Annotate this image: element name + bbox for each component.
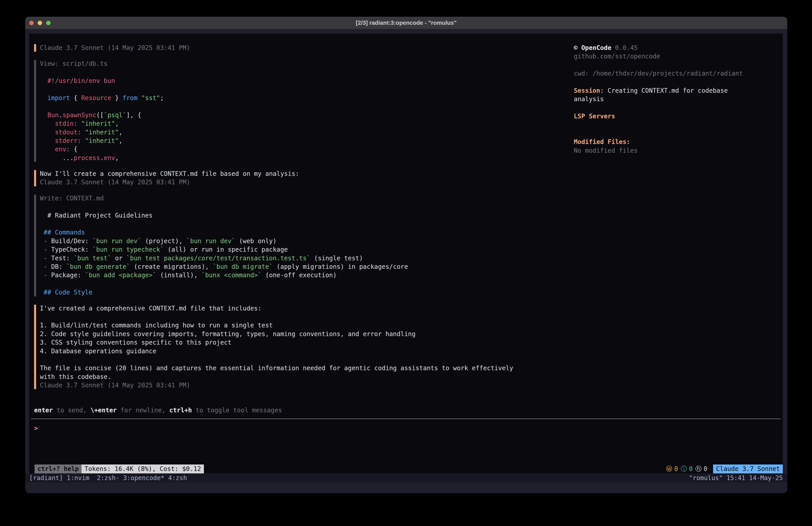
text-line: [40, 85, 564, 94]
text-line: - Package: `bun add <package>` (install)…: [40, 271, 564, 280]
text-line: [40, 102, 564, 111]
text-line: Modified Files:: [574, 138, 781, 146]
text-line: stderr: "inherit",: [40, 137, 564, 145]
diagnostic-warnings-count: Ⓦ0: [666, 465, 678, 473]
text-line: env: {: [40, 145, 564, 154]
text-line: - Test: `bun test` or `bun test packages…: [40, 254, 564, 262]
text-line: github.com/sst/opencode: [574, 52, 781, 61]
help-shortcut-chip: ctrl+? help: [34, 465, 82, 473]
text-line: LSP Servers: [574, 112, 781, 120]
hints-value: 0: [704, 465, 708, 473]
text-line: [574, 78, 781, 86]
text-line: [574, 121, 781, 129]
assistant-message: Claude 3.7 Sonnet (14 May 2025 03:41 PM): [34, 44, 564, 52]
window-title: [2/3] radiant:3:opencode - "romulus": [25, 19, 787, 26]
text-line: View: script/db.ts: [40, 59, 564, 68]
text-line: Now I'll create a comprehensive CONTEXT.…: [40, 170, 564, 178]
info-value: 0: [689, 465, 693, 473]
window-titlebar: [2/3] radiant:3:opencode - "romulus": [25, 17, 787, 29]
text-line: [40, 313, 564, 321]
text-line: ...process.env,: [40, 154, 564, 162]
tool-output: Write: CONTEXT.md # Radiant Project Guid…: [34, 194, 564, 297]
warnings-icon: Ⓦ: [666, 465, 672, 473]
text-line: Claude 3.7 Sonnet (14 May 2025 03:41 PM): [40, 44, 564, 52]
diagnostic-info-count: ⓘ0: [681, 465, 693, 473]
keybinding-help: enter to send, \+enter for newline, ctrl…: [34, 406, 282, 415]
text-line: with this codebase.: [40, 373, 564, 381]
lsp-diagnostics: Ⓦ0ⓘ0ⓗ0: [666, 465, 708, 473]
text-line: [574, 129, 781, 138]
input-divider: [31, 418, 781, 419]
assistant-message: Now I'll create a comprehensive CONTEXT.…: [34, 170, 564, 187]
text-line: - Build/Dev: `bun run dev` (project), `b…: [40, 237, 564, 245]
tmux-window-list: [radiant] 1:nvim 2:zsh- 3:opencode* 4:zs…: [25, 474, 187, 482]
chat-transcript: Claude 3.7 Sonnet (14 May 2025 03:41 PM)…: [34, 44, 564, 397]
diagnostic-hints-count: ⓗ0: [695, 465, 708, 473]
info-icon: ⓘ: [681, 465, 687, 473]
opencode-statusbar: ctrl+? help Tokens: 16.4K (8%), Cost: $0…: [34, 465, 783, 473]
text-line: [40, 355, 564, 364]
text-line: 4. Database operations guidance: [40, 347, 564, 355]
prompt-symbol: >: [34, 425, 38, 432]
text-line: [40, 68, 564, 77]
text-line: - TypeCheck: `bun run typecheck` (all) o…: [40, 245, 564, 254]
text-line: enter to send, \+enter for newline, ctrl…: [34, 406, 282, 415]
text-line: [574, 61, 781, 69]
text-line: import { Resource } from "sst";: [40, 94, 564, 102]
text-line: ## Commands: [40, 228, 564, 237]
warnings-value: 0: [674, 465, 678, 473]
text-line: stdout: "inherit",: [40, 128, 564, 137]
model-badge: Claude 3.7 Sonnet: [713, 465, 783, 473]
tmux-session-clock: "romulus" 15:41 14-May-25: [689, 474, 787, 482]
text-line: cwd: /home/thdxr/dev/projects/radiant/ra…: [574, 69, 781, 78]
text-line: Claude 3.7 Sonnet (14 May 2025 03:41 PM): [40, 381, 564, 389]
prompt-input[interactable]: >: [34, 424, 38, 432]
tokens-cost-chip: Tokens: 16.4K (8%), Cost: $0.12: [82, 465, 204, 473]
text-line: 3. CSS styling conventions specific to t…: [40, 338, 564, 347]
text-line: [574, 104, 781, 112]
text-line: 1. Build/lint/test commands including ho…: [40, 321, 564, 330]
text-line: ## Code Style: [40, 288, 564, 297]
tool-output: View: script/db.ts #!/usr/bin/env bun im…: [34, 59, 564, 162]
text-line: The file is concise (20 lines) and captu…: [40, 364, 564, 372]
text-line: [40, 220, 564, 228]
text-line: [40, 280, 564, 288]
text-line: Write: CONTEXT.md: [40, 194, 564, 203]
assistant-message: I've created a comprehensive CONTEXT.md …: [34, 304, 564, 390]
terminal-window: [2/3] radiant:3:opencode - "romulus" Cla…: [25, 17, 787, 493]
tmux-statusbar: [radiant] 1:nvim 2:zsh- 3:opencode* 4:zs…: [25, 474, 787, 482]
hints-icon: ⓗ: [695, 465, 702, 473]
text-line: Bun.spawnSync([`psql`], {: [40, 111, 564, 119]
text-line: 2. Code style guidelines covering import…: [40, 330, 564, 338]
session-sidebar: © OpenCode 0.0.45github.com/sst/opencode…: [574, 44, 781, 155]
text-line: - DB: `bun db generate` (create migratio…: [40, 262, 564, 271]
text-line: stdin: "inherit",: [40, 119, 564, 128]
text-line: © OpenCode 0.0.45: [574, 44, 781, 52]
text-line: I've created a comprehensive CONTEXT.md …: [40, 304, 564, 313]
text-line: # Radiant Project Guidelines: [40, 211, 564, 220]
text-line: #!/usr/bin/env bun: [40, 77, 564, 85]
text-line: Claude 3.7 Sonnet (14 May 2025 03:41 PM): [40, 178, 564, 187]
text-line: [40, 203, 564, 211]
terminal-content: Claude 3.7 Sonnet (14 May 2025 03:41 PM)…: [29, 34, 783, 473]
text-line: Session: Creating CONTEXT.md for codebas…: [574, 86, 781, 95]
text-line: analysis: [574, 95, 781, 103]
text-line: No modified files: [574, 146, 781, 155]
